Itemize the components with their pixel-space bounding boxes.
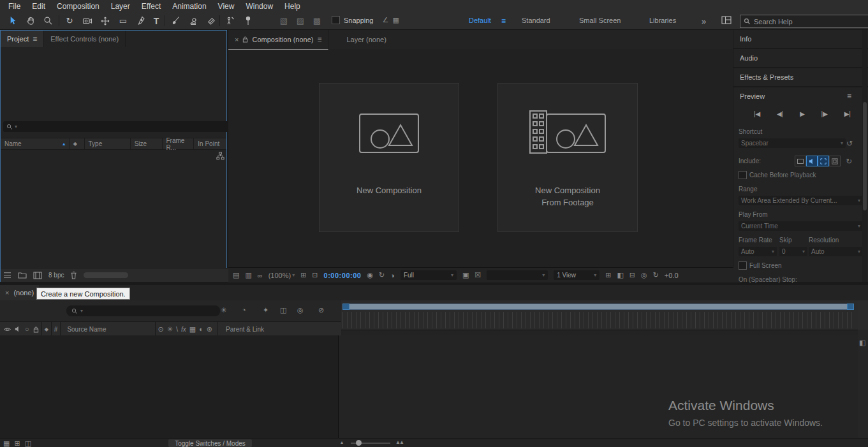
- menu-edit[interactable]: Edit: [26, 2, 51, 11]
- workspace-libraries[interactable]: Libraries: [649, 17, 676, 24]
- column-frame-rate[interactable]: Frame R...: [163, 138, 195, 149]
- puppet-pin-tool-icon[interactable]: [240, 14, 256, 27]
- resolution-select[interactable]: Full▾: [401, 270, 457, 280]
- column-label-color[interactable]: ◆: [70, 138, 85, 149]
- snapping-checkbox[interactable]: [332, 16, 340, 24]
- timeline-button-icon[interactable]: ⊟: [629, 271, 635, 279]
- pan-behind-tool-icon[interactable]: [97, 14, 114, 27]
- shy-switch-icon[interactable]: ⊙: [158, 325, 164, 333]
- project-flowchart-icon[interactable]: [216, 152, 224, 160]
- tab-layer[interactable]: Layer (none): [340, 30, 392, 49]
- solo-icon[interactable]: ○: [25, 325, 29, 333]
- transfer-controls-pane-icon[interactable]: ⊞: [14, 439, 20, 447]
- play-from-select[interactable]: Current Time▾: [739, 221, 863, 231]
- tab-effect-controls[interactable]: Effect Controls (none): [44, 31, 126, 47]
- include-frame-toggle[interactable]: [829, 156, 841, 166]
- right-sidebar-scrollbar[interactable]: [862, 30, 867, 282]
- workspace-layout-icon[interactable]: [721, 16, 732, 24]
- close-tab-icon[interactable]: ×: [5, 289, 9, 297]
- range-select[interactable]: Work Area Extended By Current...▾: [739, 196, 863, 205]
- in-out-pane-icon[interactable]: ◫: [25, 439, 31, 447]
- menu-animation[interactable]: Animation: [166, 2, 212, 11]
- type-tool-icon[interactable]: T: [148, 14, 165, 27]
- sort-ascending-icon[interactable]: ▲: [62, 142, 66, 146]
- reset-preview-icon[interactable]: ↺: [846, 139, 853, 148]
- zoom-in-icon[interactable]: ▲▲: [395, 439, 403, 445]
- skip-select[interactable]: 0▾: [779, 247, 807, 256]
- zoom-slider-knob[interactable]: [356, 440, 362, 446]
- menu-help[interactable]: Help: [279, 2, 306, 11]
- list-view-icon[interactable]: [3, 272, 11, 279]
- help-search-field[interactable]: Search Help: [740, 15, 868, 28]
- scrollbar-thumb[interactable]: [863, 102, 867, 210]
- frame-blend-switch-icon[interactable]: ▦: [189, 325, 196, 333]
- camera-tool-icon[interactable]: [79, 14, 96, 27]
- hand-tool-icon[interactable]: [22, 14, 38, 27]
- column-type[interactable]: Type: [85, 138, 131, 149]
- motion-blur-icon[interactable]: ◎: [297, 306, 304, 314]
- include-audio-toggle[interactable]: [806, 156, 818, 166]
- column-in-point[interactable]: In Point: [194, 138, 226, 149]
- interpret-footage-icon[interactable]: [33, 272, 42, 279]
- menu-view[interactable]: View: [212, 2, 240, 11]
- brush-tool-icon[interactable]: [167, 14, 184, 27]
- current-time-display[interactable]: 0:00:00:00: [324, 272, 362, 279]
- show-channel-icon[interactable]: ◑: [390, 272, 395, 279]
- eraser-tool-icon[interactable]: [203, 14, 219, 27]
- hide-shy-layers-icon[interactable]: ✦: [263, 306, 268, 314]
- frame-rate-select[interactable]: Auto▾: [739, 247, 777, 256]
- include-overlays-toggle[interactable]: [818, 156, 829, 166]
- previous-frame-icon[interactable]: ◀|: [777, 110, 783, 117]
- include-video-toggle[interactable]: [795, 156, 806, 166]
- frame-blending-icon[interactable]: ◫: [280, 306, 286, 314]
- snap-angle-icon[interactable]: ∠: [383, 16, 389, 24]
- workspace-standard[interactable]: Standard: [522, 17, 550, 24]
- play-icon[interactable]: ▶: [800, 110, 805, 117]
- menu-file[interactable]: File: [3, 2, 26, 11]
- local-axis-mode-icon[interactable]: ▧: [276, 14, 292, 27]
- magnification-select[interactable]: (100%)▾: [268, 272, 295, 279]
- camera-select[interactable]: ▾: [487, 270, 548, 280]
- motion-blur-switch-icon[interactable]: ◐: [199, 325, 203, 333]
- workspace-overflow-icon[interactable]: »: [702, 17, 706, 26]
- 3d-switch-icon[interactable]: ⊛: [207, 325, 212, 333]
- lock-icon[interactable]: [33, 326, 39, 333]
- color-depth-label[interactable]: 8 bpc: [48, 272, 64, 279]
- grid-guides-icon[interactable]: ⊞: [300, 271, 306, 279]
- world-axis-mode-icon[interactable]: ▨: [292, 14, 309, 27]
- rectangle-tool-icon[interactable]: ▭: [115, 14, 131, 27]
- workspace-default-menu-icon[interactable]: ≡: [501, 17, 506, 26]
- draft-3d-icon[interactable]: ◔: [242, 306, 246, 314]
- timeline-zoom-slider[interactable]: [351, 443, 390, 444]
- main-viewer-icon[interactable]: ▥: [245, 271, 251, 279]
- transparency-grid-icon[interactable]: ☒: [474, 271, 481, 279]
- panel-preview-header[interactable]: Preview ≡: [733, 87, 868, 105]
- project-horizontal-scrollbar[interactable]: [84, 272, 128, 278]
- panel-info[interactable]: Info: [733, 30, 868, 48]
- preview-resolution-select[interactable]: Auto▾: [809, 247, 863, 256]
- show-snapshot-icon[interactable]: ↻: [379, 271, 385, 279]
- new-composition-from-footage-card[interactable]: New Composition From Footage: [497, 83, 638, 232]
- timeline-tab-none[interactable]: × (none): [0, 285, 39, 300]
- composition-mini-flowchart-icon[interactable]: ✳: [221, 306, 226, 314]
- fast-previews-icon[interactable]: ◧: [617, 271, 623, 279]
- timeline-layers-area[interactable]: [0, 335, 339, 438]
- last-frame-icon[interactable]: ▶|: [844, 110, 851, 117]
- collapse-switch-icon[interactable]: ✳: [167, 325, 173, 333]
- selection-tool-icon[interactable]: [4, 14, 20, 27]
- workspace-default[interactable]: Default: [469, 17, 491, 24]
- menu-layer[interactable]: Layer: [105, 2, 136, 11]
- menu-effect[interactable]: Effect: [136, 2, 166, 11]
- toggle-switches-modes-button[interactable]: Toggle Switches / Modes: [168, 439, 252, 447]
- quality-switch-icon[interactable]: \: [176, 325, 178, 333]
- mirror-views-icon[interactable]: ∞: [258, 272, 263, 279]
- work-area-bar[interactable]: [342, 304, 854, 310]
- column-name[interactable]: Name ▲: [1, 138, 70, 149]
- layer-switches-pane-icon[interactable]: ▦: [3, 439, 10, 447]
- project-panel-menu-icon[interactable]: ≡: [33, 34, 37, 43]
- pixel-aspect-correction-icon[interactable]: ⊞: [605, 271, 611, 279]
- mask-visibility-icon[interactable]: ⊡: [312, 271, 318, 279]
- menu-composition[interactable]: Composition: [51, 2, 105, 11]
- reset-exposure-icon[interactable]: ↻: [653, 271, 659, 279]
- video-visibility-icon[interactable]: [3, 326, 11, 332]
